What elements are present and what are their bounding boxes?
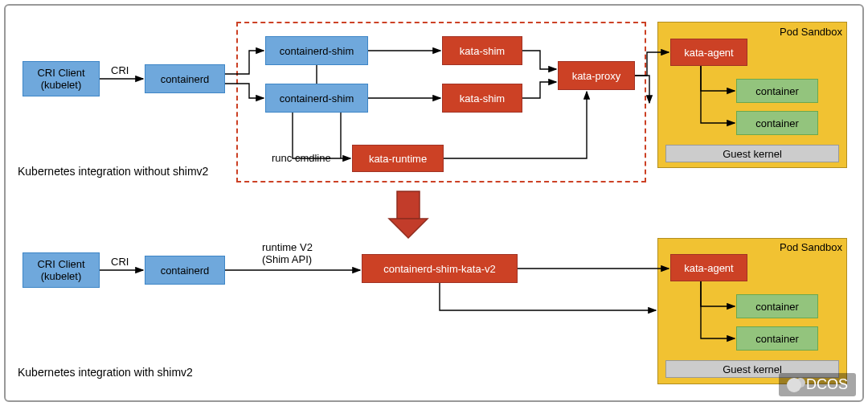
watermark-icon xyxy=(787,378,801,392)
caption-with-shimv2: Kubernetes integration with shimv2 xyxy=(18,366,193,379)
watermark-text: DCOS xyxy=(806,376,848,393)
container-top-2: container xyxy=(736,111,818,135)
kata-shim-1: kata-shim xyxy=(442,36,522,65)
caption-without-shimv2: Kubernetes integration without shimv2 xyxy=(18,165,208,178)
cri-label-top: CRI xyxy=(111,64,129,76)
containerd-box-top: containerd xyxy=(145,64,225,93)
pod-sandbox-title-top: Pod Sandbox xyxy=(780,26,842,38)
containerd-shim-2: containerd-shim xyxy=(265,84,368,113)
cri-label-bottom: CRI xyxy=(111,256,129,268)
kata-agent-top: kata-agent xyxy=(670,39,747,66)
watermark-dcos: DCOS xyxy=(779,373,856,396)
container-bottom-2: container xyxy=(736,326,818,351)
runc-cmdline-label: runc cmdline xyxy=(272,152,331,164)
kata-runtime: kata-runtime xyxy=(352,145,444,172)
containerd-box-bottom: containerd xyxy=(145,256,225,285)
kata-proxy: kata-proxy xyxy=(558,61,635,90)
cri-client-box-bottom: CRI Client (kubelet) xyxy=(23,252,100,288)
pod-sandbox-title-bottom: Pod Sandbox xyxy=(780,241,842,253)
cri-client-box-top: CRI Client (kubelet) xyxy=(23,61,100,96)
containerd-shim-1: containerd-shim xyxy=(265,36,368,65)
kata-agent-bottom: kata-agent xyxy=(670,254,747,281)
runtime-v2-label: runtime V2 (Shim API) xyxy=(262,241,313,265)
container-top-1: container xyxy=(736,79,818,103)
guest-kernel-top: Guest kernel xyxy=(665,145,839,162)
kata-shim-2: kata-shim xyxy=(442,84,522,113)
containerd-shim-kata-v2: containerd-shim-kata-v2 xyxy=(362,254,518,283)
container-bottom-1: container xyxy=(736,294,818,318)
